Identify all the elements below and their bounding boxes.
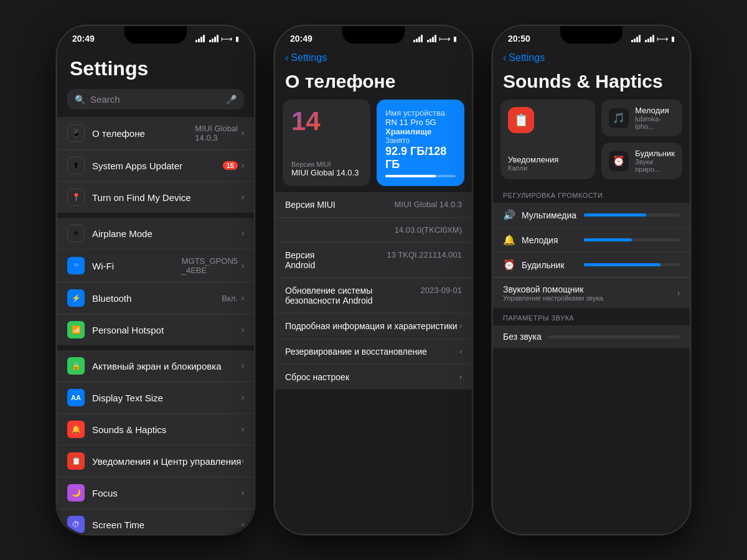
sounds-label: Sounds & Haptics (92, 424, 242, 435)
settings-title: Settings (57, 47, 254, 86)
settings-item-screen[interactable]: 🔒 Активный экран и блокировка › (57, 350, 254, 382)
alarm-slider[interactable] (584, 263, 680, 266)
bluetooth-value: Вкл. (222, 294, 238, 303)
backup-chevron: › (459, 347, 462, 356)
sound-params: Без звука (493, 325, 690, 348)
row-value-miui: MIUI Global 14.0.3 (374, 200, 462, 209)
row-value-security: 2023-09-01 (374, 286, 462, 295)
signal-bars-2b (427, 35, 436, 42)
about-row-details[interactable]: Подробная информация и характеристики › (275, 314, 472, 339)
details-label: Подробная информация и характеристики (285, 321, 458, 331)
settings-item-bluetooth[interactable]: ⚡ Bluetooth Вкл. › (57, 282, 254, 314)
signal-bars-1 (195, 35, 205, 42)
settings-item-airplane[interactable]: ✈ Airplane Mode › (57, 218, 254, 250)
alarm-card[interactable]: ⏰ Будильник Звуки приро... (601, 142, 682, 179)
melody-text: Мелодия lubimka-ipho... (635, 106, 675, 130)
back-label[interactable]: Settings (291, 52, 327, 63)
volume-row-melody[interactable]: 🔔 Мелодия (493, 228, 690, 253)
reset-label: Сброс настроек (285, 372, 349, 382)
section-header-volume: РЕГУЛИРОВКА ГРОМКОСТИ (493, 185, 690, 203)
about-row-reset[interactable]: Сброс настроек › (275, 365, 472, 390)
settings-item-sounds[interactable]: 🔔 Sounds & Haptics › (57, 414, 254, 446)
miui-version-value: MIUI Global 14.0.3 (291, 168, 362, 177)
airplane-label: Airplane Mode (92, 228, 242, 239)
hotspot-chevron: › (242, 325, 244, 334)
sound-param-label: Без звука (503, 332, 542, 342)
volume-section: 🔊 Мультимедиа 🔔 Мелодия ⏰ Будильник (493, 203, 690, 308)
melody-slider[interactable] (584, 238, 680, 241)
back-label-sounds[interactable]: Settings (509, 52, 545, 63)
alarm-text: Будильник Звуки приро... (635, 149, 675, 173)
multimedia-fill (584, 213, 646, 217)
notif-icon: 📋 (67, 452, 85, 470)
miui-logo: 14 (291, 108, 362, 134)
about-label: О телефоне (92, 128, 195, 139)
phone-3: 20:50 ⟼ ▮ ‹ (492, 25, 691, 535)
settings-item-focus[interactable]: 🌙 Focus › (57, 477, 254, 509)
melody-label: Мелодия (635, 106, 675, 115)
settings-item-screentime[interactable]: ⏱ Screen Time › (57, 509, 254, 534)
airplane-chevron: › (242, 229, 244, 238)
screentime-label: Screen Time (92, 520, 242, 530)
status-time-3: 20:50 (508, 34, 530, 44)
search-icon: 🔍 (75, 95, 85, 105)
settings-item-find[interactable]: 📍 Turn on Find My Device › (57, 182, 254, 213)
sound-param-slider[interactable] (548, 335, 680, 338)
device-name-label: Имя устройства (385, 108, 456, 118)
about-row-security: Обновление системы безопасности Android … (275, 278, 472, 314)
about-title: О телефоне (275, 66, 472, 100)
alarm-icon: ⏰ (609, 151, 629, 171)
assistant-chevron: › (677, 289, 680, 297)
row-value-build: 14.03.0(TKCI0XM) (374, 225, 462, 235)
notch-2 (342, 26, 405, 44)
hotspot-label: Personal Hotspot (92, 325, 242, 335)
back-nav[interactable]: ‹ Settings (275, 47, 472, 66)
notif-chevron: › (242, 457, 244, 465)
multimedia-slider[interactable] (584, 213, 680, 217)
device-name-value: RN 11 Pro 5G (385, 118, 456, 127)
about-value: MIUI Global14.0.3 (195, 124, 238, 142)
search-bar[interactable]: 🔍 Search 🎤 (67, 89, 244, 110)
bluetooth-chevron: › (242, 294, 244, 302)
battery-icon-2: ▮ (453, 35, 457, 43)
about-top-cards: 14 Версия MIUI MIUI Global 14.0.3 Имя ус… (275, 100, 472, 192)
back-nav-sounds[interactable]: ‹ Settings (493, 47, 690, 66)
alarm-sub: Звуки приро... (635, 158, 675, 173)
screen-chevron: › (242, 362, 244, 370)
find-chevron: › (242, 193, 244, 202)
wifi-label: Wi-Fi (92, 261, 182, 271)
assistant-text: Звуковой помощник Управление настройками… (503, 284, 605, 302)
airplane-icon: ✈ (67, 225, 85, 242)
miui-card: 14 Версия MIUI MIUI Global 14.0.3 (283, 100, 370, 186)
assistant-row[interactable]: Звуковой помощник Управление настройками… (493, 278, 690, 308)
mic-icon: 🎤 (226, 95, 237, 105)
melody-card[interactable]: 🎵 Мелодия lubimka-ipho... (601, 100, 682, 136)
sounds-screen: ‹ Settings Sounds & Haptics 📋 Уведомлени… (493, 47, 690, 534)
storage-bar-fill (385, 175, 436, 177)
screen-icon: 🔒 (67, 357, 85, 375)
volume-row-alarm[interactable]: ⏰ Будильник (493, 253, 690, 278)
settings-item-wifi[interactable]: ⌔ Wi-Fi MGTS_GPON5_4EBE › (57, 250, 254, 282)
sound-param-row[interactable]: Без звука (493, 325, 690, 348)
updater-chevron: › (242, 161, 244, 170)
settings-item-updater[interactable]: ⬆ System Apps Updater 15 › (57, 150, 254, 182)
settings-item-textsize[interactable]: AA Display Text Size › (57, 382, 254, 414)
storage-label: Хранилище (385, 127, 456, 136)
storage-bar-bg (385, 175, 456, 177)
about-row-backup[interactable]: Резервирование и восстановление › (275, 339, 472, 365)
storage-info: Хранилище Занято 92.9 ГБ/128 ГБ (385, 127, 456, 177)
settings-item-notif[interactable]: 📋 Уведомления и Центр управления › (57, 446, 254, 477)
reset-chevron: › (459, 373, 462, 381)
storage-used-label: Занято (385, 136, 456, 145)
volume-row-multimedia[interactable]: 🔊 Мультимедиа (493, 203, 690, 228)
notif-card[interactable]: 📋 Уведомления Капли (500, 100, 595, 179)
melody-volume-label: Мелодия (522, 235, 578, 245)
settings-item-hotspot[interactable]: 📶 Personal Hotspot › (57, 314, 254, 345)
screen-label: Активный экран и блокировка (92, 361, 242, 371)
wifi-status-icon: ⟼ (221, 34, 233, 44)
settings-item-about[interactable]: 📱 О телефоне MIUI Global14.0.3 › (57, 117, 254, 150)
notif-card-sub: Капли (508, 164, 558, 172)
miui-info: Версия MIUI MIUI Global 14.0.3 (291, 157, 362, 177)
melody-icon: 🎵 (609, 108, 629, 128)
notif-card-icon: 📋 (514, 113, 529, 128)
